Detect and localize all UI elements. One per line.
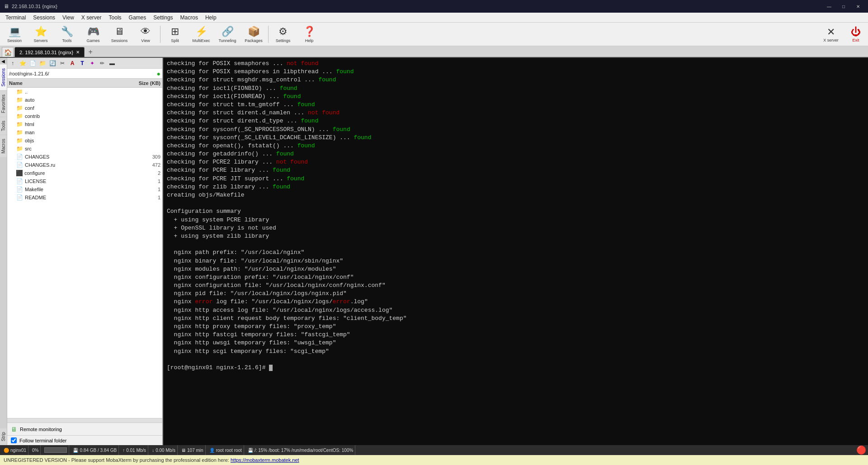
menu-sessions[interactable]: Sessions (29, 14, 59, 22)
file-item-parent[interactable]: 📁 .. (7, 88, 162, 96)
tab-nginx[interactable]: 2. 192.168.10.31 {nginx} ✕ (14, 47, 85, 57)
folder-icon-objs: 📁 (16, 137, 23, 144)
toolbar-sessions[interactable]: 🖥 Sessions (107, 24, 132, 45)
close-button[interactable]: ✕ (852, 2, 864, 10)
menu-macros[interactable]: Macros (177, 14, 202, 22)
minimize-button[interactable]: — (823, 2, 835, 10)
file-tb-refresh[interactable]: 🔄 (48, 59, 57, 67)
folder-icon-auto: 📁 (16, 97, 23, 103)
status-user: 👤 root root root (208, 445, 244, 455)
menu-games[interactable]: Games (125, 14, 150, 22)
file-tb-text[interactable]: T (78, 59, 87, 67)
file-item-src[interactable]: 📁 src (7, 145, 162, 153)
remote-monitor-button[interactable]: 🖥 Remote monitoring (7, 423, 162, 435)
toolbar-multiexec[interactable]: ⚡ MultiExec (189, 24, 214, 45)
file-tb-highlight[interactable]: ✦ (88, 59, 97, 67)
term-line-33: nginx http proxy temporary files: "proxy… (167, 323, 864, 331)
file-item-changesru[interactable]: 📄 CHANGES.ru 472 (7, 161, 162, 169)
sidebar-tab-macros[interactable]: Macros (0, 135, 7, 157)
file-item-makefile[interactable]: 📄 Makefile 1 (7, 185, 162, 193)
sidebar-tab-sessions[interactable]: Sessions (0, 64, 7, 90)
term-line-10: checking for sysconf(_SC_LEVEL1_DCACHE_L… (167, 134, 864, 142)
file-item-conf[interactable]: 📁 conf (7, 104, 162, 112)
term-line-25: nginx binary file: "/usr/local/nginx/sbi… (167, 257, 864, 265)
term-line-3: checking for struct msghdr.msg_control .… (167, 76, 864, 84)
upload-text: 0.01 Mb/s (126, 448, 146, 453)
games-label: Games (86, 38, 99, 43)
window-controls: — □ ✕ (823, 2, 864, 10)
file-item-auto[interactable]: 📁 auto (7, 96, 162, 104)
file-tb-newfolder[interactable]: 📁 (38, 59, 47, 67)
file-item-license[interactable]: 📄 LICENSE 1 (7, 177, 162, 185)
file-item-configure[interactable]: ⬛ configure 2 (7, 169, 162, 177)
file-item-readme[interactable]: 📄 README 1 (7, 193, 162, 202)
maximize-button[interactable]: □ (837, 2, 850, 10)
file-name-configure: configure (24, 170, 129, 176)
menu-xserver[interactable]: X server (78, 14, 105, 22)
file-tb-A[interactable]: A (68, 59, 77, 67)
col-name-header: Name (9, 80, 129, 86)
term-line-13: checking for PCRE2 library ... not found (167, 158, 864, 166)
hostname-text: nginx01 (10, 448, 26, 453)
file-name-changesru: CHANGES.ru (25, 162, 129, 168)
menu-terminal[interactable]: Terminal (2, 14, 29, 22)
collapse-icon[interactable]: ◀ (0, 58, 6, 64)
file-name-parent: .. (25, 89, 129, 94)
toolbar-view[interactable]: 👁 View (133, 24, 158, 45)
toolbar-split[interactable]: ⊞ Split (162, 24, 188, 45)
toolbar-tunneling[interactable]: 🔗 Tunneling (215, 24, 240, 45)
menu-view[interactable]: View (59, 14, 78, 22)
follow-terminal-checkbox[interactable] (11, 437, 17, 443)
tunneling-label: Tunneling (218, 38, 236, 43)
term-line-23 (167, 240, 864, 249)
toolbar-servers[interactable]: ⭐ Servers (28, 24, 53, 45)
file-item-man[interactable]: 📁 man (7, 128, 162, 136)
menu-tools[interactable]: Tools (105, 14, 125, 22)
file-item-html[interactable]: 📁 html (7, 120, 162, 128)
menu-settings[interactable]: Settings (150, 14, 176, 22)
menu-help[interactable]: Help (202, 14, 220, 22)
file-name-src: src (25, 146, 129, 151)
home-tab[interactable]: 🏠 (2, 47, 14, 57)
file-tb-cut[interactable]: ✂ (58, 59, 67, 67)
file-item-contrib[interactable]: 📁 contrib (7, 112, 162, 120)
folder-icon-html: 📁 (16, 121, 23, 127)
file-icon-changes: 📄 (16, 154, 23, 160)
split-icon: ⊞ (171, 26, 179, 38)
file-tb-edit[interactable]: ✏ (98, 59, 107, 67)
follow-terminal-area: Follow terminal folder (7, 435, 162, 445)
file-item-objs[interactable]: 📁 objs (7, 136, 162, 145)
help-icon: ❓ (303, 26, 316, 38)
term-line-24: nginx path prefix: "/usr/local/nginx" (167, 249, 864, 257)
toolbar-separator-1 (160, 26, 160, 43)
exit-button[interactable]: ⏻ Exit (845, 24, 866, 45)
terminal-panel[interactable]: checking for POSIX semaphores ... not fo… (163, 58, 868, 445)
memory-text: 0.84 GB / 3.84 GB (80, 448, 117, 453)
split-label: Split (171, 38, 179, 43)
toolbar-games[interactable]: 🎮 Games (80, 24, 106, 45)
xserver-button[interactable]: ✕ X server (818, 24, 844, 45)
tab-close-icon[interactable]: ✕ (76, 50, 80, 55)
file-path-bar: /root/nginx-1.21.6/ ● (7, 69, 162, 79)
sidebar-tab-strip[interactable]: Strip (0, 428, 7, 445)
file-tb-bookmark[interactable]: ⭐ (18, 59, 27, 67)
toolbar-session[interactable]: 💻 Session (2, 24, 27, 45)
file-tb-delete[interactable]: ▬ (108, 59, 117, 67)
exit-icon: ⏻ (851, 26, 861, 38)
file-size-changes: 309 (129, 154, 160, 160)
multiexec-label: MultiExec (192, 38, 210, 43)
exit-label: Exit (852, 38, 859, 42)
sidebar-tab-favorites[interactable]: Favorites (0, 90, 7, 117)
file-tb-up[interactable]: ↑ (8, 59, 17, 67)
new-tab-button[interactable]: + (85, 47, 95, 57)
unreg-link[interactable]: https://mobaxterm.mobatek.net (231, 457, 299, 463)
toolbar-packages[interactable]: 📦 Packages (241, 24, 266, 45)
time-icon: 🖥 (181, 448, 186, 453)
file-tb-newfile[interactable]: 📄 (28, 59, 37, 67)
sidebar-tab-tools[interactable]: Tools (0, 117, 7, 135)
toolbar-help[interactable]: ❓ Help (297, 24, 322, 45)
toolbar-tools[interactable]: 🔧 Tools (54, 24, 80, 45)
file-scrollbar[interactable] (7, 418, 162, 423)
file-item-changes[interactable]: 📄 CHANGES 309 (7, 153, 162, 161)
toolbar-settings[interactable]: ⚙ Settings (270, 24, 296, 45)
